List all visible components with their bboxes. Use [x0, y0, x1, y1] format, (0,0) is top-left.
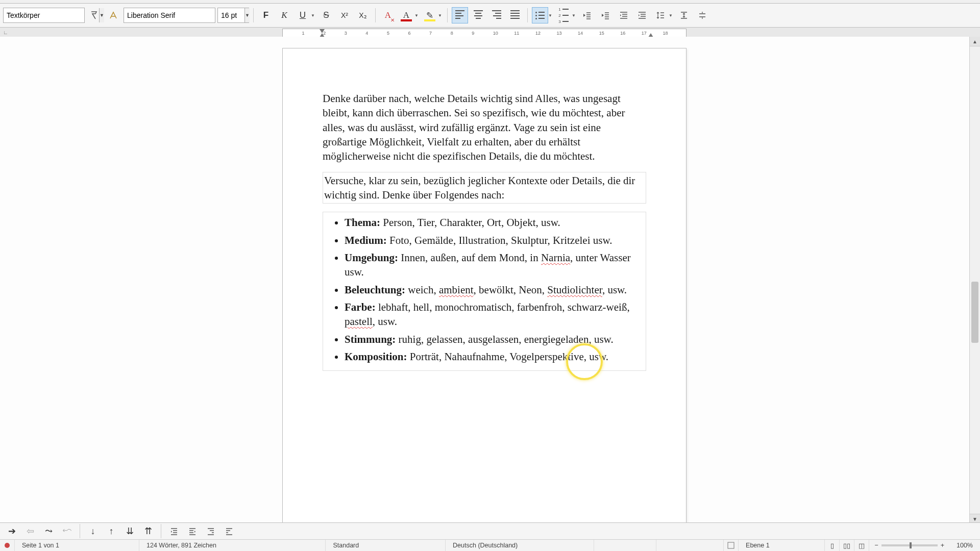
document-body[interactable]: Denke darüber nach, welche Details wicht… — [323, 91, 646, 371]
bullet-list-drop-icon[interactable]: ▼ — [548, 8, 553, 23]
spellerror: Studiolichter — [547, 284, 602, 296]
nav-back-icon[interactable]: ⇦ — [22, 524, 38, 538]
align-left-button[interactable] — [452, 7, 468, 23]
paragraph-style-combo[interactable]: ▼ — [3, 8, 85, 23]
find-navigate-toolbar: ➔ ⇦ ⤳ ⬿ ↓ ↑ ⇊ ⇈ — [0, 522, 980, 540]
margin-mark-tr — [641, 82, 648, 89]
para-spacing-increase-button[interactable] — [676, 7, 692, 23]
font-name-combo[interactable]: ▼ — [124, 8, 215, 23]
bullet-list-button[interactable]: ▼ — [532, 7, 548, 23]
font-color-button[interactable]: A ▼ — [398, 7, 414, 23]
italic-button[interactable]: K — [276, 7, 292, 23]
nav-forward-end-icon[interactable]: ⤳ — [41, 524, 56, 538]
ruler-tick: 14 — [578, 29, 583, 37]
ruler-tick: 1 — [302, 29, 305, 37]
page[interactable]: Denke darüber nach, welche Details wicht… — [282, 48, 687, 523]
bullet-list-icon — [535, 12, 545, 19]
font-size-input[interactable] — [218, 8, 244, 22]
decrease-indent-button[interactable] — [616, 7, 632, 23]
status-bar: Seite 1 von 1 124 Wörter, 891 Zeichen St… — [0, 539, 980, 551]
font-name-input[interactable] — [124, 8, 219, 22]
align-justify-button[interactable] — [507, 7, 523, 23]
zoom-out-icon[interactable]: − — [874, 542, 878, 549]
strike-button[interactable]: S — [318, 7, 334, 23]
list-item[interactable]: Farbe: lebhaft, hell, monochromatisch, f… — [345, 300, 645, 329]
increase-indent-button[interactable] — [634, 7, 650, 23]
separator — [161, 524, 161, 538]
line-spacing-button[interactable]: ▼ — [652, 7, 669, 23]
separator — [375, 8, 376, 22]
scroll-up-icon[interactable]: ▲ — [970, 37, 980, 46]
item-text: Porträt, Nahaufnahme, Vogelperspektive, … — [407, 350, 608, 363]
paragraph-style-input[interactable] — [4, 8, 99, 22]
nav-back-end-icon[interactable]: ⬿ — [59, 524, 75, 538]
paragraph-1[interactable]: Denke darüber nach, welche Details wicht… — [323, 91, 646, 164]
new-style-icon[interactable] — [105, 7, 121, 23]
promote-icon[interactable] — [166, 524, 182, 538]
bullet-list-frame[interactable]: Thema: Person, Tier, Charakter, Ort, Obj… — [323, 212, 646, 370]
status-outline-level[interactable]: Ebene 1 — [739, 540, 825, 551]
line-spacing-drop-icon[interactable]: ▼ — [668, 8, 673, 23]
demote-sub-icon[interactable] — [222, 524, 237, 538]
list-item[interactable]: Stimmung: ruhig, gelassen, ausgelassen, … — [345, 332, 645, 346]
view-book-icon[interactable]: ◫ — [854, 540, 869, 551]
status-page[interactable]: Seite 1 von 1 — [15, 540, 139, 551]
number-list-icon: 123 — [558, 7, 568, 24]
view-single-page-icon[interactable]: ▯ — [825, 540, 840, 551]
status-overwrite[interactable] — [594, 540, 656, 551]
outdent-button[interactable] — [579, 7, 595, 23]
spellerror: ambient — [439, 284, 474, 296]
list-item[interactable]: Komposition: Porträt, Nahaufnahme, Vogel… — [345, 349, 645, 364]
zoom-slider[interactable]: − + — [869, 542, 949, 549]
nav-up-icon[interactable]: ↑ — [104, 524, 119, 538]
zoom-knob[interactable] — [910, 542, 912, 548]
status-selectionmode[interactable] — [656, 540, 724, 551]
highlight-button[interactable]: ✎ ▼ — [422, 7, 438, 23]
font-size-drop-icon[interactable]: ▼ — [244, 8, 250, 22]
clear-format-button[interactable]: A✕ — [380, 7, 396, 23]
paragraph-2[interactable]: Versuche, klar zu sein, bezüglich jeglic… — [323, 172, 646, 204]
list-item[interactable]: Beleuchtung: weich, ambient, bewölkt, Ne… — [345, 283, 645, 297]
subscript-button[interactable]: X₂ — [355, 7, 371, 23]
align-right-button[interactable] — [488, 7, 505, 23]
indent-button[interactable] — [597, 7, 614, 23]
nav-down-icon[interactable]: ↓ — [85, 524, 101, 538]
item-text: , usw. — [602, 284, 627, 296]
align-center-button[interactable] — [470, 7, 486, 23]
vertical-scrollbar[interactable]: ▲ ▼ — [969, 37, 980, 523]
zoom-track[interactable] — [881, 544, 938, 546]
number-list-button[interactable]: 123 ▼ — [555, 7, 572, 23]
status-signature-icon[interactable] — [724, 540, 739, 551]
update-style-icon[interactable] — [87, 7, 103, 23]
item-text: , bewölkt, Neon, — [474, 284, 548, 296]
status-language[interactable]: Deutsch (Deutschland) — [446, 540, 594, 551]
list-item[interactable]: Medium: Foto, Gemälde, Illustration, Sku… — [345, 233, 645, 247]
highlight-drop-icon[interactable]: ▼ — [437, 8, 443, 23]
view-multi-page-icon[interactable]: ▯▯ — [840, 540, 854, 551]
nav-down-double-icon[interactable]: ⇊ — [122, 524, 137, 538]
zoom-in-icon[interactable]: + — [941, 542, 944, 549]
ruler-tick: 12 — [535, 29, 541, 37]
superscript-button[interactable]: X² — [336, 7, 353, 23]
list-item[interactable]: Thema: Person, Tier, Charakter, Ort, Obj… — [345, 215, 645, 230]
item-label: Stimmung: — [345, 333, 396, 345]
para-spacing-decrease-button[interactable] — [694, 7, 710, 23]
nav-up-double-icon[interactable]: ⇈ — [140, 524, 156, 538]
underline-button[interactable]: U ▼ — [295, 7, 311, 23]
scroll-thumb[interactable] — [971, 282, 978, 343]
promote-sub-icon[interactable] — [203, 524, 218, 538]
bold-button[interactable]: F — [258, 7, 274, 23]
font-color-drop-icon[interactable]: ▼ — [414, 8, 419, 23]
document-viewport[interactable]: Denke darüber nach, welche Details wicht… — [0, 37, 970, 523]
underline-drop-icon[interactable]: ▼ — [310, 8, 315, 23]
bullet-list[interactable]: Thema: Person, Tier, Charakter, Ort, Obj… — [324, 215, 645, 364]
status-wordcount[interactable]: 124 Wörter, 891 Zeichen — [139, 540, 326, 551]
nav-forward-icon[interactable]: ➔ — [4, 524, 19, 538]
status-zoom[interactable]: 100% — [949, 540, 980, 551]
font-size-combo[interactable]: ▼ — [217, 8, 249, 23]
number-list-drop-icon[interactable]: ▼ — [571, 8, 576, 23]
save-indicator-icon[interactable] — [0, 540, 15, 551]
demote-icon[interactable] — [185, 524, 200, 538]
status-pagestyle[interactable]: Standard — [326, 540, 446, 551]
list-item[interactable]: Umgebung: Innen, außen, auf dem Mond, in… — [345, 251, 645, 280]
